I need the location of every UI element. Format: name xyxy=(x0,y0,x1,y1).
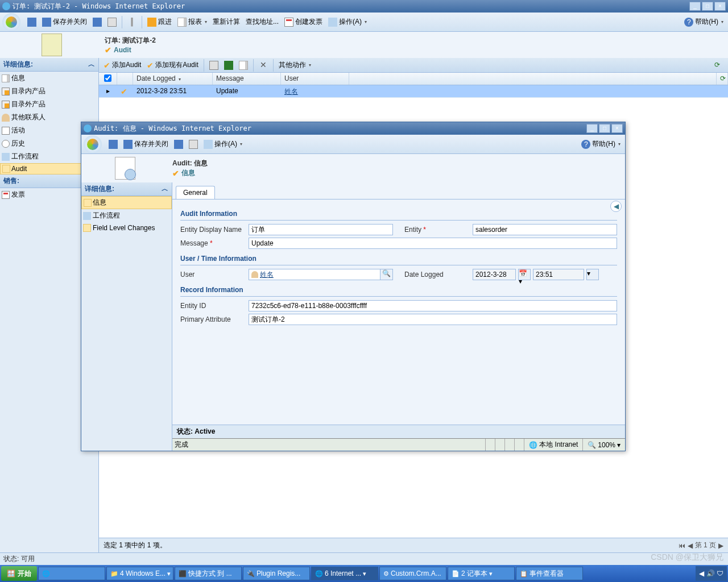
sidebar-section-details: 详细信息:︿ xyxy=(0,58,98,72)
excel-icon xyxy=(224,61,233,70)
date-input[interactable] xyxy=(473,269,516,280)
user-icon xyxy=(251,271,258,278)
user-lookup[interactable]: 姓名 🔍 xyxy=(249,269,393,280)
save-new-button[interactable] xyxy=(90,16,104,28)
quick-ie[interactable]: 🌐 xyxy=(38,567,105,580)
lookup-icon[interactable]: 🔍 xyxy=(380,269,393,280)
section-record-info: Record Information xyxy=(180,284,617,297)
save-close-icon xyxy=(42,18,51,27)
col-message[interactable]: Message xyxy=(213,73,281,85)
add-audit-button[interactable]: ✔添加Audit xyxy=(101,59,143,72)
modal-side-info[interactable]: 信息 xyxy=(81,196,172,209)
actions-icon xyxy=(328,18,337,27)
first-page-button[interactable]: ⏮ xyxy=(679,542,685,550)
add-existing-audit-button[interactable]: ✔添加现有Audit xyxy=(144,59,200,72)
task-notepad[interactable]: 📄 2 记事本 ▾ xyxy=(448,567,515,580)
modal-close-button[interactable]: × xyxy=(611,124,623,133)
task-shortcut[interactable]: ⬛ 快捷方式 到 ... xyxy=(175,567,242,580)
sidebar-item-info[interactable]: 信息 xyxy=(0,72,98,85)
collapse-button[interactable]: ◀ xyxy=(610,201,622,212)
modal-header-line2: 信息 xyxy=(181,168,195,178)
modal-print-button[interactable] xyxy=(187,138,200,151)
col-date-logged[interactable]: Date Logged ▾ xyxy=(133,73,213,85)
print-icon xyxy=(107,18,117,27)
grid-header: Date Logged ▾ Message User ⟳ xyxy=(99,73,728,85)
sidebar-item-writein-products[interactable]: 目录外产品 xyxy=(0,98,98,111)
start-button[interactable]: 🪟 开始 xyxy=(1,566,37,581)
follow-button[interactable]: 跟进 xyxy=(145,16,174,28)
user-link[interactable]: 姓名 xyxy=(260,270,274,280)
modal-save-close-button[interactable]: 保存并关闭 xyxy=(121,138,171,151)
prev-page-button[interactable]: ◀ xyxy=(688,542,693,550)
tab-general[interactable]: General xyxy=(176,186,215,199)
task-plugin[interactable]: 🔌 Plugin Regis... xyxy=(243,567,310,580)
audit-icon xyxy=(115,157,135,180)
lookup-addr-button[interactable]: 查找地址... xyxy=(243,16,281,28)
excel-button[interactable] xyxy=(222,59,235,72)
message-input[interactable] xyxy=(249,238,617,249)
minimize-button[interactable]: _ xyxy=(689,2,701,11)
modal-zoom[interactable]: 🔍 100% ▾ xyxy=(582,439,625,451)
task-eventvwr[interactable]: 📋 事件查看器 xyxy=(516,567,583,580)
modal-help-button[interactable]: ?帮助(H)▾ xyxy=(579,138,623,151)
chevron-up-icon[interactable]: ︿ xyxy=(162,184,168,194)
modal-actions-button[interactable]: 操作(A)▾ xyxy=(201,138,245,151)
modal-intranet: 🌐 本地 Intranet xyxy=(524,439,582,451)
save-button[interactable] xyxy=(25,16,39,28)
primary-attr-input[interactable] xyxy=(249,314,617,325)
invoice-icon xyxy=(284,18,293,27)
other-actions-button[interactable]: 其他动作▾ xyxy=(276,59,313,72)
next-page-button[interactable]: ▶ xyxy=(718,542,723,550)
maximize-button[interactable]: □ xyxy=(702,2,713,11)
flag-icon xyxy=(147,18,156,27)
save-close-button[interactable]: 保存并关闭 xyxy=(40,16,89,28)
chevron-up-icon[interactable]: ︿ xyxy=(88,60,95,69)
order-icon xyxy=(42,34,62,56)
entity-id-input[interactable] xyxy=(249,300,617,311)
user-link[interactable]: 姓名 xyxy=(284,88,298,95)
select-all-checkbox[interactable] xyxy=(104,74,111,82)
refresh-button[interactable]: ⟳ xyxy=(712,59,726,72)
sidebar-item-catalog-products[interactable]: 目录内产品 xyxy=(0,85,98,98)
save-new-icon xyxy=(93,18,102,27)
taskbar: 🪟 开始 🌐 📁 4 Windows E... ▾ ⬛ 快捷方式 到 ... 🔌… xyxy=(0,565,728,582)
modal-status: 状态: Active xyxy=(172,425,625,438)
close-button[interactable]: × xyxy=(714,2,726,11)
section-audit-info: Audit Information xyxy=(180,207,617,221)
time-dd-icon[interactable]: ▾ xyxy=(586,269,599,280)
modal-minimize-button[interactable]: _ xyxy=(586,124,598,133)
modal-header-line1: Audit: 信息 xyxy=(172,159,208,168)
grid-row[interactable]: ▸ ✔ 2012-3-28 23:51 Update 姓名 xyxy=(99,85,728,98)
calendar-icon[interactable]: 📅▾ xyxy=(518,269,531,280)
print-button[interactable] xyxy=(105,16,119,28)
ie-icon xyxy=(84,124,92,132)
selection-bar: 选定 1 项中的 1 项。 ⏮ ◀ 第 1 页 ▶ xyxy=(99,538,728,552)
modal-save-new-button[interactable] xyxy=(172,138,185,151)
recalc-button[interactable]: 重新计算 xyxy=(210,16,242,28)
attach-button[interactable] xyxy=(125,16,139,28)
export-button[interactable] xyxy=(207,59,221,72)
modal-save-button[interactable] xyxy=(106,138,120,151)
task-custom[interactable]: ⚙ Custom.Crm.A... xyxy=(379,567,446,580)
mail-button[interactable] xyxy=(237,59,250,72)
entity-display-name-input[interactable] xyxy=(249,224,393,235)
modal-maximize-button[interactable]: □ xyxy=(599,124,610,133)
refresh-icon: ⟳ xyxy=(714,61,723,70)
task-ie[interactable]: 🌐 6 Internet ... ▾ xyxy=(311,567,378,580)
delete-button[interactable]: ✕ xyxy=(257,59,270,72)
help-icon: ? xyxy=(684,18,693,27)
report-button[interactable]: 报表▾ xyxy=(175,16,209,28)
parent-title: 订单: 测试订单-2 - Windows Internet Explorer xyxy=(13,2,689,11)
create-invoice-button[interactable]: 创建发票 xyxy=(282,16,325,28)
parent-status: 状态: 可用 xyxy=(0,552,728,565)
system-tray[interactable]: ◀ 🔊 🛡 xyxy=(696,566,727,581)
actions-button[interactable]: 操作(A)▾ xyxy=(326,16,369,28)
task-explorer[interactable]: 📁 4 Windows E... ▾ xyxy=(106,567,173,580)
col-user[interactable]: User xyxy=(281,73,349,85)
entity-input[interactable] xyxy=(473,224,617,235)
modal-side-field-changes[interactable]: Field Level Changes xyxy=(81,222,172,234)
help-button[interactable]: ?帮助(H)▾ xyxy=(682,16,726,28)
time-input[interactable] xyxy=(533,269,584,280)
modal-side-workflow[interactable]: 工作流程 xyxy=(81,209,172,222)
refresh-col-icon[interactable]: ⟳ xyxy=(717,73,728,85)
